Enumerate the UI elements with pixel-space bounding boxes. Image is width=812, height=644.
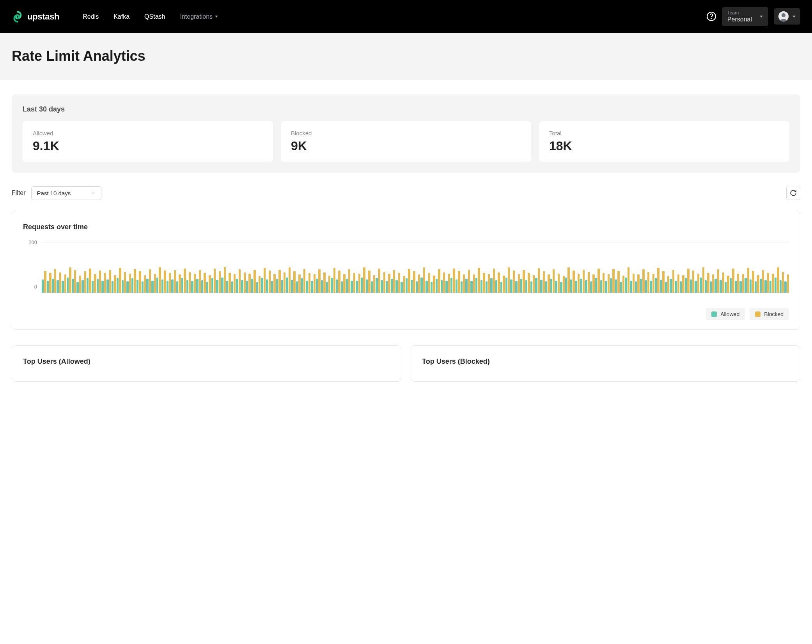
bar-blocked	[144, 275, 146, 293]
bar-blocked	[423, 267, 425, 293]
bar-blocked	[667, 276, 669, 293]
bar-allowed	[665, 282, 667, 293]
bar-blocked	[732, 269, 734, 293]
bar-group	[381, 242, 385, 293]
bar-blocked	[269, 271, 271, 293]
legend-allowed[interactable]: Allowed	[706, 308, 745, 320]
bar-group	[76, 242, 81, 293]
nav-kafka[interactable]: Kafka	[113, 13, 129, 20]
select-value: Past 10 days	[37, 190, 71, 196]
bar-blocked	[333, 268, 335, 293]
refresh-button[interactable]	[786, 186, 800, 200]
bar-group	[775, 242, 779, 293]
bar-blocked	[727, 276, 729, 293]
bar-group	[42, 242, 46, 293]
nav-redis[interactable]: Redis	[83, 13, 99, 20]
bar-blocked	[777, 267, 779, 293]
bar-blocked	[224, 267, 226, 293]
bar-group	[291, 242, 296, 293]
bar-allowed	[490, 278, 492, 293]
bar-group	[595, 242, 600, 293]
bar-group	[206, 242, 211, 293]
bar-group	[550, 242, 555, 293]
bar-allowed	[605, 281, 607, 293]
bar-blocked	[149, 269, 151, 293]
bar-group	[336, 242, 340, 293]
time-range-select[interactable]: Past 10 days	[31, 186, 101, 200]
bar-blocked	[573, 271, 574, 293]
bar-group	[92, 242, 96, 293]
team-selector[interactable]: Team Personal	[722, 7, 768, 27]
bar-group	[640, 242, 645, 293]
bar-blocked	[234, 274, 236, 293]
bar-group	[176, 242, 181, 293]
bar-blocked	[712, 274, 714, 293]
bar-allowed	[47, 281, 49, 293]
y-tick: 200	[28, 239, 37, 245]
bar-group	[420, 242, 425, 293]
chart-plot[interactable]	[42, 242, 789, 293]
legend-blocked[interactable]: Blocked	[750, 308, 789, 320]
bar-group	[241, 242, 246, 293]
chart-title: Requests over time	[23, 223, 789, 231]
bar-group	[520, 242, 525, 293]
bar-allowed	[441, 280, 443, 293]
bar-allowed	[680, 281, 682, 293]
nav-integrations-label: Integrations	[180, 13, 213, 20]
bar-group	[286, 242, 291, 293]
help-icon[interactable]	[706, 11, 716, 21]
bar-group	[665, 242, 670, 293]
bar-group	[321, 242, 326, 293]
bar-group	[216, 242, 221, 293]
bar-allowed	[555, 281, 557, 293]
bar-group	[620, 242, 625, 293]
bar-blocked	[44, 271, 46, 293]
bar-allowed	[231, 281, 233, 293]
bar-group	[356, 242, 360, 293]
logo[interactable]: upstash	[12, 11, 59, 23]
chevron-down-icon	[215, 16, 218, 18]
user-menu[interactable]	[774, 8, 800, 25]
bar-blocked	[443, 272, 445, 293]
bar-blocked	[194, 274, 196, 293]
bar-allowed	[211, 278, 213, 293]
bar-group	[769, 242, 774, 293]
bar-group	[281, 242, 286, 293]
nav-integrations[interactable]: Integrations	[180, 13, 218, 20]
bar-blocked	[64, 274, 66, 293]
bar-allowed	[620, 282, 622, 293]
bar-group	[490, 242, 495, 293]
bar-blocked	[528, 273, 530, 293]
bar-group	[231, 242, 236, 293]
bar-blocked	[199, 270, 201, 293]
bar-allowed	[311, 281, 313, 293]
summary-panel: Last 30 days Allowed 9.1K Blocked 9K Tot…	[12, 94, 800, 173]
card-label: Blocked	[291, 130, 521, 136]
card-blocked: Blocked 9K	[281, 121, 531, 162]
bar-group	[62, 242, 66, 293]
bar-blocked	[244, 272, 246, 293]
bar-group	[276, 242, 281, 293]
nav-qstash[interactable]: QStash	[144, 13, 165, 20]
bar-group	[650, 242, 654, 293]
bar-group	[590, 242, 595, 293]
bar-group	[167, 242, 171, 293]
bar-group	[411, 242, 415, 293]
bar-group	[605, 242, 610, 293]
bar-allowed	[710, 281, 712, 293]
bar-blocked	[762, 270, 764, 293]
bar-allowed	[445, 281, 447, 293]
bar-group	[47, 242, 51, 293]
bar-blocked	[767, 273, 769, 293]
bar-group	[306, 242, 310, 293]
bar-allowed	[76, 282, 78, 293]
bar-blocked	[757, 275, 759, 293]
svg-point-1	[711, 18, 711, 19]
top-users-allowed-panel: Top Users (Allowed)	[12, 345, 401, 382]
bar-group	[580, 242, 585, 293]
bar-allowed	[760, 279, 762, 293]
bar-allowed	[769, 281, 771, 293]
chart-area: 200 0	[23, 242, 789, 293]
bar-group	[201, 242, 206, 293]
bar-allowed	[470, 281, 472, 293]
